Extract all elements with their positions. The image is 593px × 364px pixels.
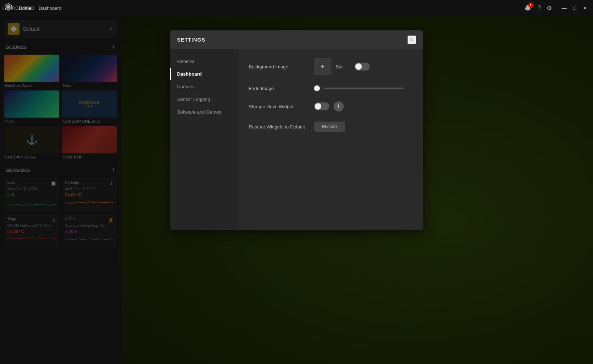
help-icon[interactable]: ? bbox=[538, 5, 541, 11]
notification-count: 1 bbox=[528, 3, 533, 8]
nav-item-updates[interactable]: Updates bbox=[170, 80, 239, 93]
settings-icon[interactable]: ⚙ bbox=[547, 5, 552, 12]
storage-drive-controls: i bbox=[314, 101, 344, 111]
minimize-button[interactable]: — bbox=[560, 4, 568, 12]
slider-handle[interactable] bbox=[314, 85, 320, 91]
background-image-controls: + Blur bbox=[314, 58, 370, 75]
nav-item-software-games[interactable]: Software and Games bbox=[170, 106, 239, 118]
settings-header: SETTINGS ✕ bbox=[170, 30, 423, 49]
fade-image-row: Fade Image bbox=[249, 85, 413, 91]
background-image-row: Background Image + Blur bbox=[249, 58, 413, 75]
close-button[interactable]: ✕ bbox=[581, 4, 589, 12]
info-icon[interactable]: i bbox=[334, 101, 344, 111]
settings-title: SETTINGS bbox=[177, 37, 206, 43]
storage-drive-toggle[interactable] bbox=[314, 102, 329, 110]
titlebar: Home Dashboard 1 ? ⚙ — □ ✕ bbox=[0, 0, 593, 16]
modal-backdrop: K60 RGB PRO SETTINGS ✕ General Dashboard… bbox=[0, 16, 593, 364]
fade-image-label: Fade Image bbox=[249, 86, 314, 91]
background-image-label: Background Image bbox=[249, 64, 314, 69]
settings-dialog: SETTINGS ✕ General Dashboard Updates Sen… bbox=[170, 30, 423, 230]
blur-label: Blur bbox=[336, 64, 350, 69]
restore-widgets-label: Restore Widgets to Default bbox=[249, 124, 314, 130]
blur-toggle[interactable] bbox=[355, 63, 370, 71]
settings-content: Background Image + Blur bbox=[239, 49, 423, 230]
storage-drive-row: Storage Drive Widget i bbox=[249, 101, 413, 111]
blur-toggle-thumb bbox=[355, 63, 362, 70]
nav-item-sensor-logging[interactable]: Sensor Logging bbox=[170, 93, 239, 106]
storage-drive-label: Storage Drive Widget bbox=[249, 104, 314, 109]
device-title: K60 RGB PRO bbox=[1, 6, 34, 11]
main-content: Default ▼ Scenes + Rainbow Wave Rain Vis… bbox=[0, 16, 593, 364]
nav-item-general[interactable]: General bbox=[170, 55, 239, 68]
add-background-image-button[interactable]: + bbox=[314, 58, 331, 75]
restore-widgets-row: Restore Widgets to Default Restore bbox=[249, 122, 413, 132]
window-controls: — □ ✕ bbox=[560, 4, 589, 12]
blur-toggle-track bbox=[355, 63, 370, 71]
close-dialog-button[interactable]: ✕ bbox=[407, 35, 416, 44]
settings-body: General Dashboard Updates Sensor Logging… bbox=[170, 49, 423, 230]
notification-button[interactable]: 1 bbox=[524, 4, 532, 12]
fade-slider-container bbox=[314, 85, 404, 91]
settings-nav: General Dashboard Updates Sensor Logging… bbox=[170, 49, 239, 230]
maximize-button[interactable]: □ bbox=[572, 4, 578, 12]
storage-drive-toggle-track bbox=[314, 102, 329, 110]
titlebar-right: 1 ? ⚙ — □ ✕ bbox=[524, 4, 589, 12]
storage-drive-toggle-thumb bbox=[315, 103, 321, 110]
restore-button[interactable]: Restore bbox=[314, 122, 345, 132]
fade-slider-track[interactable] bbox=[324, 88, 404, 89]
nav-dashboard[interactable]: Dashboard bbox=[39, 5, 62, 11]
nav-item-dashboard[interactable]: Dashboard bbox=[170, 68, 239, 80]
